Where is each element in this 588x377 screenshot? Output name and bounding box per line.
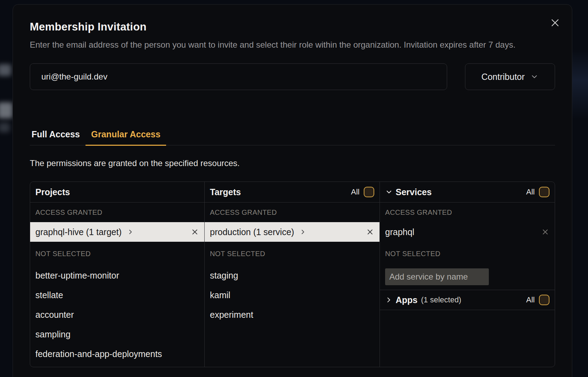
apps-selected-count: (1 selected): [421, 295, 461, 304]
remove-project-icon[interactable]: [191, 228, 199, 236]
membership-invitation-dialog: Membership Invitation Enter the email ad…: [13, 4, 572, 377]
project-option[interactable]: better-uptime-monitor: [30, 266, 204, 285]
targets-all-label: All: [351, 187, 360, 197]
remove-target-icon[interactable]: [366, 228, 374, 236]
not-selected-label: NOT SELECTED: [30, 242, 204, 266]
add-service-input[interactable]: [385, 268, 489, 285]
remove-service-icon[interactable]: [541, 228, 549, 236]
projects-header-label: Projects: [35, 187, 70, 197]
apps-all-checkbox[interactable]: [539, 295, 549, 305]
project-option[interactable]: stellate: [30, 285, 204, 305]
dialog-title: Membership Invitation: [30, 21, 555, 33]
tab-full-access[interactable]: Full Access: [30, 129, 86, 145]
resource-selector: Projects ACCESS GRANTED graphql-hive (1 …: [30, 181, 555, 367]
background-artifact: [572, 49, 588, 119]
granted-service-row[interactable]: graphql: [380, 222, 555, 242]
projects-column: Projects ACCESS GRANTED graphql-hive (1 …: [30, 182, 204, 367]
granted-project-row[interactable]: graphql-hive (1 target): [30, 222, 204, 242]
granted-target-label: production (1 service): [210, 227, 294, 237]
chevron-right-icon: [300, 229, 306, 235]
background-artifact: [0, 102, 13, 118]
dialog-description: Enter the email address of the person yo…: [30, 38, 555, 52]
not-selected-label: NOT SELECTED: [205, 242, 380, 266]
project-option[interactable]: accounter: [30, 305, 204, 324]
target-option[interactable]: experiment: [205, 305, 380, 324]
services-header-label: Services: [396, 187, 432, 197]
targets-header-label: Targets: [210, 187, 241, 197]
apps-label: Apps: [396, 295, 418, 305]
permissions-note: The permissions are granted on the speci…: [30, 158, 555, 169]
access-granted-label: ACCESS GRANTED: [380, 203, 555, 222]
targets-column: Targets All ACCESS GRANTED production (1…: [204, 182, 380, 367]
invite-form-row: Contributor: [30, 63, 555, 90]
tab-granular-access[interactable]: Granular Access: [86, 129, 166, 146]
chevron-down-icon: [385, 188, 393, 196]
chevron-right-icon: [385, 296, 392, 303]
close-icon[interactable]: [548, 16, 562, 30]
background-artifact: [0, 123, 10, 132]
granted-project-label: graphql-hive (1 target): [35, 227, 122, 237]
project-option[interactable]: sampling: [30, 324, 204, 344]
services-header[interactable]: Services All: [380, 182, 555, 203]
targets-all-checkbox[interactable]: [364, 187, 374, 197]
chevron-right-icon: [127, 229, 134, 235]
apps-row[interactable]: Apps (1 selected) All: [380, 290, 555, 310]
services-all-label: All: [526, 187, 535, 197]
chevron-down-icon: [530, 73, 539, 81]
apps-all-label: All: [526, 295, 535, 304]
background-artifact: [0, 64, 11, 76]
email-input[interactable]: [30, 63, 447, 90]
access-tabs: Full Access Granular Access: [30, 129, 555, 145]
granted-target-row[interactable]: production (1 service): [205, 222, 380, 242]
not-selected-label: NOT SELECTED: [380, 242, 555, 266]
access-granted-label: ACCESS GRANTED: [205, 203, 380, 222]
role-select-value: Contributor: [481, 72, 525, 82]
projects-header: Projects: [30, 182, 204, 203]
granted-service-label: graphql: [385, 227, 414, 237]
target-option[interactable]: staging: [205, 266, 380, 285]
target-option[interactable]: kamil: [205, 285, 380, 305]
services-column: Services All ACCESS GRANTED graphql NOT …: [380, 182, 555, 367]
access-granted-label: ACCESS GRANTED: [30, 203, 204, 222]
role-select[interactable]: Contributor: [465, 63, 555, 90]
targets-header: Targets All: [205, 182, 380, 203]
services-all-checkbox[interactable]: [539, 187, 549, 197]
project-option[interactable]: federation-and-app-deployments: [30, 344, 204, 364]
